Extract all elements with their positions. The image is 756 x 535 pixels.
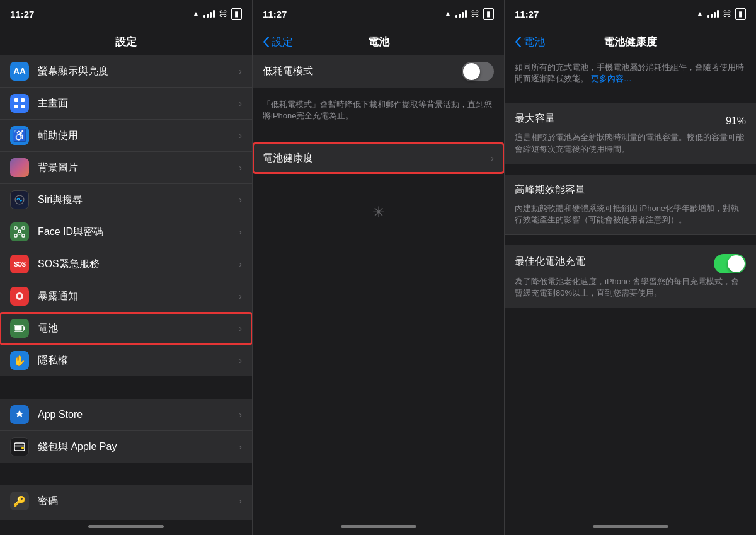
- row-wallet[interactable]: 錢包與 Apple Pay ›: [0, 431, 252, 463]
- panel-battery: 11:27 ▲ ⌘ ▮ 設定 電池 低耗電模式: [252, 0, 504, 535]
- row-wallpaper[interactable]: 背景圖片 ›: [0, 152, 252, 184]
- faceid-label: Face ID與密碼: [38, 226, 239, 239]
- battery-health-group: 電池健康度 ›: [253, 143, 504, 173]
- battery-settings-list: 低耗電模式 「低耗電模式」會暫時降低下載和郵件擷取等背景活動，直到您將iPhon…: [253, 55, 504, 520]
- svg-rect-1: [21, 98, 25, 102]
- back-label-2: 設定: [272, 35, 293, 49]
- privacy-icon: ✋: [10, 351, 29, 370]
- chevron-exposure: ›: [239, 291, 242, 301]
- signal-icon-1: [203, 10, 215, 18]
- toggle-knob-low-power: [463, 63, 480, 80]
- settings-group-2: App Store › 錢包與 Apple Pay ›: [0, 399, 252, 463]
- page-title-2: 電池: [368, 35, 389, 49]
- chevron-sos: ›: [239, 259, 242, 269]
- svg-rect-3: [21, 105, 25, 108]
- status-time-2: 11:27: [263, 9, 287, 20]
- chevron-battery-health: ›: [491, 153, 494, 163]
- row-battery[interactable]: 電池 ›: [0, 313, 252, 345]
- back-button-3[interactable]: 電池: [515, 35, 545, 49]
- status-icons-2: ▲ ⌘ ▮: [444, 8, 494, 20]
- svg-rect-14: [15, 326, 22, 331]
- low-power-description: 「低耗電模式」會暫時降低下載和郵件擷取等背景活動，直到您將iPhone完全充電為…: [253, 93, 504, 130]
- location-icon-2: ▲: [444, 9, 452, 18]
- location-icon-3: ▲: [696, 9, 704, 18]
- chevron-display: ›: [239, 66, 242, 76]
- homescreen-label: 主畫面: [38, 97, 239, 110]
- svg-point-11: [18, 294, 21, 298]
- divider-health-1: [505, 93, 756, 103]
- row-exposure[interactable]: 暴露通知 ›: [0, 280, 252, 313]
- battery-health-label: 電池健康度: [263, 152, 491, 165]
- appstore-label: App Store: [38, 409, 239, 420]
- home-indicator-1: [0, 520, 252, 535]
- chevron-faceid: ›: [239, 227, 242, 237]
- home-indicator-2: [253, 520, 504, 535]
- chevron-privacy: ›: [239, 355, 242, 365]
- more-link[interactable]: 更多內容…: [591, 74, 632, 83]
- battery-icon-2: ▮: [483, 8, 494, 20]
- peak-performance-header: 高峰期效能容量: [515, 183, 746, 200]
- divider-health-2: [505, 164, 756, 175]
- wallet-icon: [10, 437, 29, 456]
- back-label-3: 電池: [524, 35, 545, 49]
- max-capacity-section: 最大容量 91% 這是相較於電池為全新狀態時測量的電池容量。較低的容量可能會縮短…: [505, 103, 756, 164]
- low-power-label: 低耗電模式: [263, 65, 462, 78]
- row-privacy[interactable]: ✋ 隱私權 ›: [0, 345, 252, 376]
- wifi-icon-1: ⌘: [219, 9, 227, 19]
- accessibility-icon: ♿: [10, 126, 29, 145]
- svg-rect-2: [14, 105, 18, 108]
- wallpaper-icon: [10, 158, 29, 177]
- page-title-1: 設定: [115, 35, 137, 49]
- siri-icon: [10, 190, 29, 209]
- row-homescreen[interactable]: 主畫面 ›: [0, 88, 252, 120]
- row-accessibility[interactable]: ♿ 輔助使用 ›: [0, 120, 252, 152]
- row-display[interactable]: AA 螢幕顯示與亮度 ›: [0, 55, 252, 88]
- divider-health-3: [505, 235, 756, 245]
- status-icons-3: ▲ ⌘ ▮: [696, 8, 746, 20]
- appstore-icon: [10, 405, 29, 424]
- optimized-charging-title: 最佳化電池充電: [515, 255, 585, 268]
- row-faceid[interactable]: Face ID與密碼 ›: [0, 216, 252, 248]
- svg-point-9: [18, 230, 21, 233]
- display-icon: AA: [10, 62, 29, 81]
- svg-rect-0: [14, 98, 18, 102]
- health-settings-list: 如同所有的充式電池，手機電池屬於消耗性組件，會隨著使用時間而逐漸降低效能。 更多…: [505, 55, 756, 520]
- back-button-2[interactable]: 設定: [263, 35, 293, 49]
- panel-battery-health: 11:27 ▲ ⌘ ▮ 電池 電池健康度 如同所有的充式電池，手機電池屬於消耗性…: [504, 0, 756, 535]
- max-capacity-header: 最大容量 91%: [515, 112, 746, 129]
- row-mail[interactable]: ✉ 郵件 ›: [0, 517, 252, 520]
- settings-group-3: 🔑 密碼 › ✉ 郵件 › 👤 聯絡人 › 📅 行事曆 › 📝 備忘錄: [0, 485, 252, 520]
- loading-area: ✳: [253, 178, 504, 246]
- row-sos[interactable]: SOS SOS緊急服務 ›: [0, 248, 252, 280]
- passwords-icon: 🔑: [10, 492, 29, 510]
- row-passwords[interactable]: 🔑 密碼 ›: [0, 485, 252, 517]
- status-time-1: 11:27: [10, 9, 34, 20]
- divider-1: [0, 381, 252, 399]
- low-power-toggle[interactable]: [462, 62, 494, 81]
- display-label: 螢幕顯示與亮度: [38, 65, 239, 78]
- faceid-icon: [10, 222, 29, 241]
- row-low-power[interactable]: 低耗電模式: [253, 55, 504, 88]
- status-bar-2: 11:27 ▲ ⌘ ▮: [253, 0, 504, 28]
- svg-rect-13: [24, 327, 25, 330]
- row-battery-health[interactable]: 電池健康度 ›: [253, 143, 504, 173]
- max-capacity-value: 91%: [726, 115, 746, 127]
- chevron-homescreen: ›: [239, 98, 242, 108]
- optimized-charging-toggle[interactable]: [714, 254, 746, 273]
- privacy-label: 隱私權: [38, 354, 239, 367]
- row-siri[interactable]: Siri與搜尋 ›: [0, 184, 252, 216]
- siri-label: Siri與搜尋: [38, 193, 239, 207]
- status-bar-1: 11:27 ▲ ⌘ ▮: [0, 0, 252, 28]
- nav-bar-3: 電池 電池健康度: [505, 28, 756, 55]
- wifi-icon-3: ⌘: [723, 9, 731, 19]
- svg-rect-7: [14, 234, 17, 237]
- battery-icon-row: [10, 319, 29, 338]
- chevron-wallet: ›: [239, 442, 242, 452]
- chevron-accessibility: ›: [239, 130, 242, 141]
- row-appstore[interactable]: App Store ›: [0, 399, 252, 431]
- peak-performance-desc: 內建動態軟體和硬體系統可抵銷因 iPhone化學年齡增加，對執行效能產生的影響（…: [515, 203, 746, 226]
- battery-icon-1: ▮: [231, 8, 242, 20]
- chevron-wallpaper: ›: [239, 163, 242, 173]
- page-title-3: 電池健康度: [604, 35, 657, 49]
- signal-icon-3: [707, 10, 719, 18]
